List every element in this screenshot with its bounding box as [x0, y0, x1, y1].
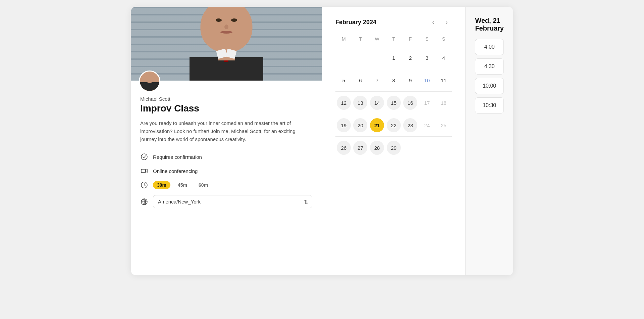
duration-row: 30m 45m 60m	[140, 181, 312, 189]
cover-image	[131, 7, 322, 81]
clock-icon	[140, 181, 148, 189]
calendar-day-27[interactable]: 27	[353, 141, 367, 155]
calendar-day-4[interactable]: 4	[437, 51, 451, 65]
day-label-thu: T	[385, 34, 402, 44]
calendar-day-7[interactable]: 7	[370, 73, 384, 87]
calendar-day-8[interactable]: 8	[387, 73, 401, 87]
calendar-day-15[interactable]: 15	[387, 96, 401, 110]
calendar-day-23[interactable]: 23	[403, 118, 417, 132]
event-title: Improv Class	[140, 103, 312, 114]
calendar-day-13[interactable]: 13	[353, 96, 367, 110]
calendar-day-11[interactable]: 11	[437, 73, 451, 87]
calendar-days-header: M T W T F S S	[335, 34, 452, 44]
day-label-mon: M	[335, 34, 352, 44]
video-icon	[140, 167, 148, 175]
duration-60m[interactable]: 60m	[195, 181, 212, 189]
calendar-day-9[interactable]: 9	[403, 73, 417, 87]
duration-options: 30m 45m 60m	[153, 181, 212, 189]
calendar-day-16[interactable]: 16	[403, 96, 417, 110]
time-panel: Wed, 21 February 4:00 4:30 10:00 10:30	[466, 7, 513, 275]
calendar-header: February 2024 ‹ ›	[335, 17, 452, 28]
calendar-day-1[interactable]: 1	[387, 51, 401, 65]
calendar-day-29[interactable]: 29	[387, 141, 401, 155]
calendar-day-20[interactable]: 20	[353, 118, 367, 132]
time-slot-400[interactable]: 4:00	[475, 39, 504, 55]
day-label-tue: T	[352, 34, 369, 44]
day-label-wed: W	[369, 34, 385, 44]
day-empty	[337, 51, 351, 65]
calendar-day-14[interactable]: 14	[370, 96, 384, 110]
calendar-day-28[interactable]: 28	[370, 141, 384, 155]
calendar-grid: M T W T F S S 1 2 3 4	[335, 34, 452, 157]
confirmation-row: Requires confirmation	[140, 153, 312, 161]
calendar-navigation: ‹ ›	[428, 17, 452, 28]
day-label-sat: S	[419, 34, 435, 44]
calendar-week-2: 5 6 7 8 9 10 11	[335, 71, 452, 90]
time-slot-430[interactable]: 4:30	[475, 58, 504, 75]
left-panel: Michael Scott Improv Class Are you ready…	[131, 7, 322, 275]
timezone-select[interactable]: America/New_York America/Los_Angeles Eur…	[153, 195, 312, 208]
calendar-day-18: 18	[437, 96, 451, 110]
calendar-day-24: 24	[420, 118, 434, 132]
next-month-button[interactable]: ›	[441, 17, 452, 28]
conferencing-row: Online conferencing	[140, 167, 312, 175]
calendar-day-10[interactable]: 10	[420, 73, 434, 87]
avatar-section	[131, 71, 322, 92]
selected-date-title: Wed, 21 February	[475, 17, 504, 32]
duration-30m[interactable]: 30m	[153, 181, 170, 189]
calendar-day-17: 17	[420, 96, 434, 110]
booking-page: Michael Scott Improv Class Are you ready…	[131, 7, 513, 275]
calendar-month-title: February 2024	[335, 19, 376, 26]
confirmation-text: Requires confirmation	[153, 154, 202, 160]
confirmation-icon	[140, 153, 148, 161]
calendar-day-12[interactable]: 12	[337, 96, 351, 110]
avatar	[139, 71, 160, 92]
calendar-week-4: 19 20 21 22 23 24 25	[335, 116, 452, 135]
svg-point-0	[141, 154, 147, 160]
duration-45m[interactable]: 45m	[174, 181, 191, 189]
calendar-day-2[interactable]: 2	[403, 51, 417, 65]
event-description: Are you ready to unleash your inner come…	[140, 119, 312, 143]
calendar-weeks: 1 2 3 4 5 6 7 8 9 10 11	[335, 48, 452, 157]
conferencing-text: Online conferencing	[153, 168, 198, 174]
day-empty	[403, 141, 417, 155]
host-name: Michael Scott	[140, 96, 312, 102]
globe-icon	[140, 198, 148, 206]
calendar-day-21[interactable]: 21	[370, 118, 384, 132]
day-empty	[420, 141, 434, 155]
calendar-day-3[interactable]: 3	[420, 51, 434, 65]
day-label-sun: S	[435, 34, 452, 44]
day-empty	[437, 141, 451, 155]
time-slot-1030[interactable]: 10:30	[475, 97, 504, 113]
calendar-week-3: 12 13 14 15 16 17 18	[335, 93, 452, 112]
svg-rect-1	[141, 169, 146, 173]
day-empty	[353, 51, 367, 65]
timezone-wrapper: America/New_York America/Los_Angeles Eur…	[153, 195, 312, 208]
time-slot-1000[interactable]: 10:00	[475, 78, 504, 94]
calendar-week-5: 26 27 28 29	[335, 138, 452, 157]
calendar-day-5[interactable]: 5	[337, 73, 351, 87]
prev-month-button[interactable]: ‹	[428, 17, 438, 28]
day-label-fri: F	[402, 34, 419, 44]
calendar-panel: February 2024 ‹ › M T W T F S S	[322, 7, 466, 275]
left-content: Michael Scott Improv Class Are you ready…	[131, 92, 322, 224]
day-empty	[370, 51, 384, 65]
calendar-day-6[interactable]: 6	[353, 73, 367, 87]
calendar-day-25: 25	[437, 118, 451, 132]
calendar-day-26[interactable]: 26	[337, 141, 351, 155]
calendar-day-22[interactable]: 22	[387, 118, 401, 132]
timezone-row: America/New_York America/Los_Angeles Eur…	[140, 195, 312, 208]
calendar-week-1: 1 2 3 4	[335, 48, 452, 67]
calendar-day-19[interactable]: 19	[337, 118, 351, 132]
